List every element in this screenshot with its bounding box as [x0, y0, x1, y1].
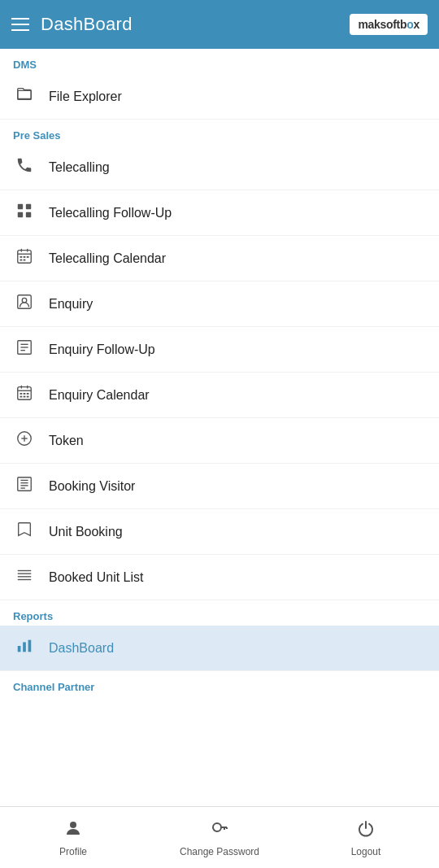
header-left: DashBoard	[11, 14, 133, 35]
enquiry-followup-label: Enquiry Follow-Up	[49, 342, 155, 357]
logo: maksoftbox	[350, 14, 428, 35]
enquiry-calendar-label: Enquiry Calendar	[49, 388, 150, 403]
bottom-nav: Profile Change Password Logout	[0, 806, 439, 868]
logout-label: Logout	[351, 846, 381, 857]
bottom-nav-logout[interactable]: Logout	[293, 807, 439, 868]
menu-item-enquiry[interactable]: Enquiry	[0, 281, 439, 327]
list-doc-icon	[13, 475, 36, 497]
file-explorer-label: File Explorer	[49, 89, 122, 104]
svg-point-45	[70, 822, 76, 828]
bottom-nav-profile[interactable]: Profile	[0, 807, 146, 868]
menu-item-token[interactable]: Token	[0, 418, 439, 464]
menu-item-unit-booking[interactable]: Unit Booking	[0, 509, 439, 555]
svg-rect-42	[18, 646, 21, 652]
files-icon	[13, 85, 36, 107]
svg-rect-4	[26, 212, 31, 217]
section-label-channel-partner: Channel Partner	[0, 671, 439, 696]
menu-item-enquiry-followup[interactable]: Enquiry Follow-Up	[0, 327, 439, 373]
key-icon	[210, 818, 229, 843]
svg-point-46	[213, 823, 221, 831]
svg-rect-44	[28, 640, 32, 652]
svg-rect-27	[20, 396, 23, 398]
power-icon	[356, 818, 376, 843]
menu-item-enquiry-calendar[interactable]: Enquiry Calendar	[0, 373, 439, 418]
token-label: Token	[49, 434, 84, 448]
calendar2-icon	[13, 384, 36, 406]
bar-chart-icon	[13, 637, 36, 659]
plus-circle-icon	[13, 430, 36, 451]
svg-rect-11	[27, 256, 29, 258]
app-title: DashBoard	[41, 14, 133, 35]
dashboard-label: DashBoard	[49, 641, 114, 656]
svg-rect-29	[27, 396, 29, 398]
enquiry-label: Enquiry	[49, 297, 93, 312]
menu-item-booking-visitor[interactable]: Booking Visitor	[0, 464, 439, 509]
svg-rect-9	[20, 256, 23, 258]
svg-rect-3	[18, 212, 23, 217]
logo-highlight: o	[406, 18, 413, 31]
svg-rect-10	[24, 256, 26, 258]
svg-rect-26	[27, 393, 29, 395]
bookmark-icon	[13, 521, 36, 543]
person-badge-icon	[13, 293, 36, 315]
menu-content: DMS File Explorer Pre Sales Telecalling	[0, 49, 439, 806]
logo-text: maksoftbox	[358, 18, 419, 31]
menu-item-booked-unit-list[interactable]: Booked Unit List	[0, 555, 439, 600]
svg-rect-43	[23, 642, 26, 652]
menu-item-telecalling-followup[interactable]: Telecalling Follow-Up	[0, 190, 439, 236]
menu-item-telecalling-calendar[interactable]: Telecalling Calendar	[0, 236, 439, 281]
section-label-presales: Pre Sales	[0, 120, 439, 145]
menu-item-telecalling[interactable]: Telecalling	[0, 145, 439, 190]
unit-booking-label: Unit Booking	[49, 525, 123, 539]
svg-rect-2	[26, 204, 31, 209]
svg-rect-0	[18, 90, 32, 98]
grid-icon	[13, 202, 36, 224]
menu-item-dashboard[interactable]: DashBoard	[0, 626, 439, 671]
phone-icon	[13, 156, 36, 178]
svg-rect-13	[24, 260, 26, 261]
svg-rect-24	[20, 393, 23, 395]
bottom-nav-change-password[interactable]: Change Password	[146, 807, 293, 868]
telecalling-label: Telecalling	[49, 160, 110, 175]
svg-rect-25	[24, 393, 26, 395]
lines-icon	[13, 566, 36, 588]
svg-rect-28	[24, 396, 26, 398]
list-alt-icon	[13, 338, 36, 360]
svg-point-15	[22, 298, 27, 303]
section-label-reports: Reports	[0, 600, 439, 626]
calendar-icon	[13, 247, 36, 269]
booked-unit-list-label: Booked Unit List	[49, 570, 144, 585]
svg-rect-12	[20, 260, 23, 261]
profile-label: Profile	[59, 846, 87, 857]
hamburger-menu[interactable]	[11, 18, 29, 31]
menu-item-file-explorer[interactable]: File Explorer	[0, 74, 439, 120]
telecalling-calendar-label: Telecalling Calendar	[49, 251, 166, 266]
change-password-label: Change Password	[180, 846, 259, 857]
telecalling-followup-label: Telecalling Follow-Up	[49, 206, 172, 220]
svg-rect-1	[18, 204, 23, 209]
section-label-dms: DMS	[0, 49, 439, 74]
app-header: DashBoard maksoftbox	[0, 0, 439, 49]
svg-rect-33	[18, 478, 32, 491]
booking-visitor-label: Booking Visitor	[49, 479, 135, 494]
person-icon	[63, 818, 83, 843]
